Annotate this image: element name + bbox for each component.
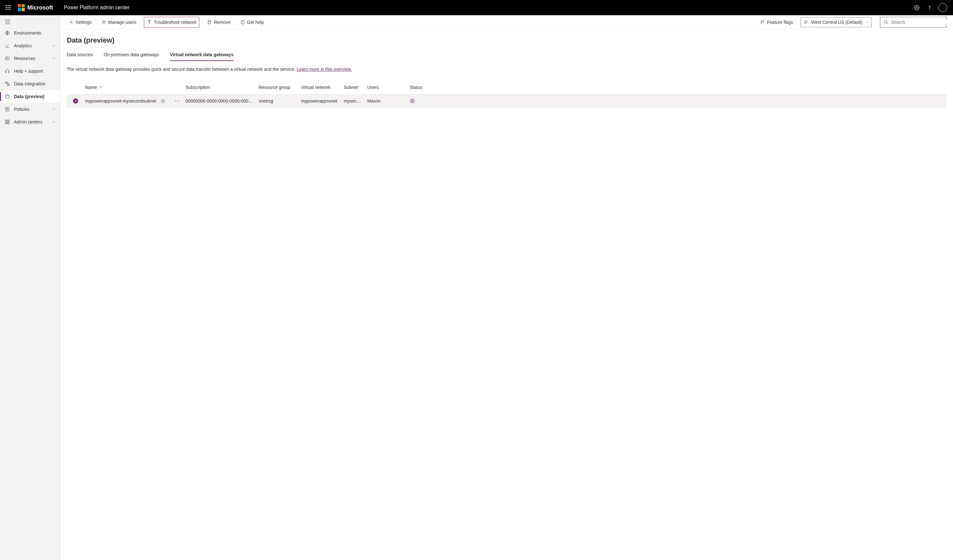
feature-flags-button[interactable]: Feature flags [758,17,795,28]
sidebar-item-policies[interactable]: Policies [0,103,60,116]
sidebar-item-analytics[interactable]: Analytics [0,39,60,52]
admin-icon [5,119,10,124]
svg-rect-22 [5,120,7,122]
sidebar-item-label: Data (preview) [14,94,45,99]
col-resource-group[interactable]: Resource group [259,85,301,90]
environment-picker[interactable]: West Central US (Default) [801,17,872,27]
svg-rect-24 [5,122,7,124]
flag-icon [760,20,765,25]
svg-point-35 [162,100,164,102]
microsoft-logo: Microsoft [18,4,53,11]
svg-rect-8 [9,9,11,10]
status-sync-icon [410,98,438,104]
command-bar: Settings Manage users Troubleshoot netwo… [61,15,953,29]
svg-rect-25 [8,122,9,124]
row-selected-icon[interactable] [73,98,78,104]
main-content: Settings Manage users Troubleshoot netwo… [61,15,953,560]
app-launcher-icon[interactable] [3,3,13,13]
cell-virtual-network: mypowerappsvnet [301,98,344,104]
search-icon [883,20,888,25]
environment-icon [803,20,809,25]
sidebar-item-label: Policies [14,107,29,112]
hamburger-icon[interactable] [0,17,60,27]
sidebar-item-label: Resources [14,56,35,61]
svg-rect-16 [5,71,6,73]
gear-icon [68,20,74,25]
svg-point-20 [6,94,9,96]
col-status[interactable]: Status [410,85,442,90]
chevron-down-icon [52,107,56,111]
sidebar-item-datapreview[interactable]: Data (preview) [0,90,60,103]
headset-icon [5,68,10,74]
svg-rect-15 [5,57,9,60]
sidebar-item-help[interactable]: Help + support [0,65,60,77]
table-row[interactable]: mypowerappsvnet-mysecondsubnet ··· 00000… [67,94,947,108]
app-title: Power Platform admin center [64,5,129,11]
col-virtual-network[interactable]: Virtual network [301,85,344,90]
table-header: Name Subscription Resource group Virtual… [67,80,947,94]
description-text: The virtual network data gateway provide… [67,67,297,72]
settings-icon[interactable] [910,1,923,14]
svg-point-28 [104,21,105,22]
row-more-icon[interactable]: ··· [175,98,182,104]
svg-rect-5 [9,7,11,8]
search-box[interactable] [880,17,947,28]
users-icon [101,20,106,25]
integration-icon [5,81,10,87]
search-input[interactable] [891,20,947,25]
remove-button[interactable]: Remove [205,17,232,28]
svg-rect-1 [8,5,9,6]
svg-point-32 [885,20,887,23]
sidebar-item-label: Environments [14,31,41,36]
tab-onprem-gateways[interactable]: On-premises data gateways [104,50,159,61]
chart-icon [5,43,10,48]
svg-rect-19 [8,84,9,85]
help-icon[interactable] [923,1,936,14]
troubleshoot-network-button[interactable]: Troubleshoot network [144,17,199,28]
tab-data-sources[interactable]: Data sources [67,50,93,61]
sidebar-item-label: Data integration [14,81,45,87]
svg-rect-3 [6,7,7,8]
gateways-table: Name Subscription Resource group Virtual… [67,80,947,108]
sidebar-item-resources[interactable]: Resources [0,52,60,65]
tab-vnet-gateways[interactable]: Virtual network data gateways [170,50,233,61]
svg-line-33 [886,23,888,24]
microsoft-logo-tiles [18,4,25,11]
learn-more-link[interactable]: Learn more in this overview. [297,67,352,72]
manage-users-button[interactable]: Manage users [99,17,138,28]
get-help-button[interactable]: Get help [238,17,266,28]
svg-point-29 [149,21,150,22]
cell-users: Mason [367,98,410,104]
svg-rect-4 [8,7,9,8]
svg-point-27 [102,21,104,22]
user-avatar[interactable] [938,3,947,12]
sidebar-item-environments[interactable]: Environments [0,27,60,39]
environment-label: West Central US (Default) [811,20,863,25]
sidebar-item-dataintegration[interactable]: Data integration [0,77,60,90]
svg-point-9 [916,7,918,9]
sort-asc-icon [99,85,102,89]
chevron-down-icon [52,57,56,60]
svg-point-31 [242,23,243,23]
col-subnet[interactable]: Subnet [344,85,367,90]
col-users[interactable]: Users [367,85,410,90]
policies-icon [5,107,10,112]
col-name[interactable]: Name [85,85,186,90]
row-settings-icon[interactable] [161,99,165,103]
settings-button[interactable]: Settings [67,17,94,28]
sidebar-item-admincenters[interactable]: Admin centers [0,116,60,128]
antenna-icon [147,20,152,25]
description: The virtual network data gateway provide… [67,63,947,80]
col-subscription[interactable]: Subscription [186,85,259,90]
cmd-label: Remove [214,20,230,25]
sidebar-item-label: Analytics [14,43,32,48]
svg-rect-23 [8,120,9,122]
svg-point-26 [70,22,72,23]
cmd-label: Manage users [108,20,137,25]
question-icon [240,20,245,25]
cmd-label: Feature flags [767,20,793,25]
svg-rect-0 [6,5,7,6]
cell-resource-group: vnetrsg [259,98,301,104]
brand-text: Microsoft [27,5,53,11]
trash-icon [207,20,212,25]
